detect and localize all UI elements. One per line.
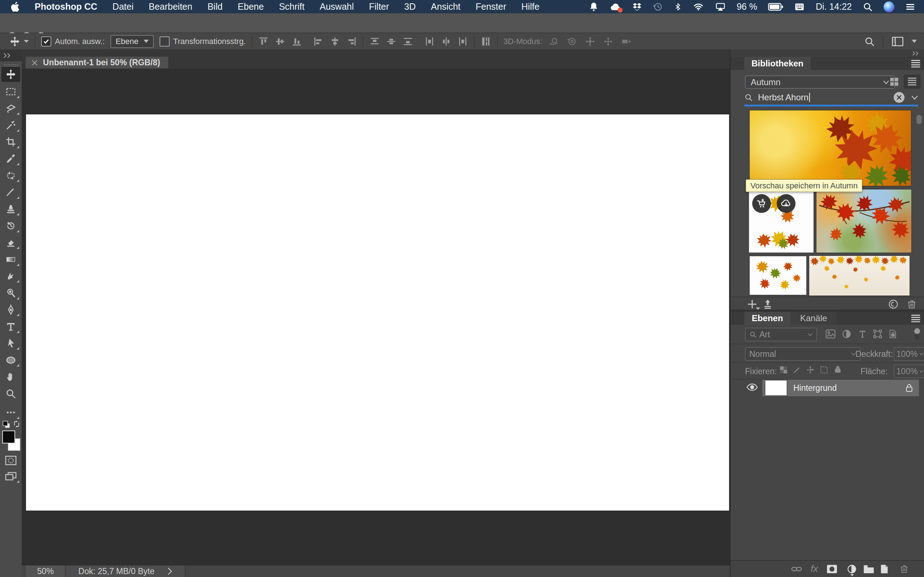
delete-item-button[interactable]	[907, 299, 917, 309]
bluetooth-icon[interactable]	[674, 2, 682, 12]
clone-stamp-tool[interactable]	[2, 201, 20, 216]
lock-transparency-icon[interactable]	[779, 365, 788, 375]
layer-filter-kind-dropdown[interactable]: Art	[745, 328, 817, 342]
distribute-spacing-button[interactable]	[481, 36, 491, 47]
rectangular-marquee-tool[interactable]	[2, 84, 20, 99]
menu-auswahl[interactable]: Auswahl	[320, 2, 354, 12]
zoom-tool[interactable]	[2, 386, 20, 401]
auto-select-checkbox[interactable]: Autom. ausw.:	[41, 37, 105, 47]
menu-ansicht[interactable]: Ansicht	[431, 2, 461, 12]
align-top-edges-button[interactable]	[258, 36, 269, 47]
menu-filter[interactable]: Filter	[369, 2, 389, 12]
toolbar-grip[interactable]	[3, 64, 18, 67]
tab-ebenen[interactable]: Ebenen	[744, 312, 790, 325]
zoom-level-field[interactable]: 50%	[26, 566, 66, 577]
library-search-field[interactable]: Herbst Ahorn	[744, 91, 918, 104]
search-icon[interactable]	[864, 36, 875, 47]
fill-value-field[interactable]: 100%	[894, 364, 921, 378]
menu-app-name[interactable]: Photoshop CC	[35, 2, 97, 12]
menu-bearbeiten[interactable]: Bearbeiten	[149, 2, 192, 12]
notifications-bell-icon[interactable]	[589, 2, 599, 12]
list-view-button[interactable]	[904, 75, 921, 89]
status-chevron-icon[interactable]	[168, 567, 172, 575]
layer-thumbnail[interactable]	[765, 380, 787, 395]
spotlight-icon[interactable]	[863, 2, 873, 12]
menu-ebene[interactable]: Ebene	[238, 2, 264, 12]
history-brush-tool[interactable]	[2, 218, 20, 234]
swap-colors-icon[interactable]	[12, 420, 21, 428]
filter-type-layers-icon[interactable]	[858, 329, 868, 339]
distribute-top-edges-button[interactable]	[369, 36, 380, 47]
move-tool[interactable]	[2, 67, 20, 82]
library-collection-dropdown[interactable]: Autumn	[745, 76, 895, 89]
dodge-tool[interactable]	[2, 285, 20, 301]
collapse-panel-icon[interactable]	[3, 53, 11, 58]
align-left-edges-button[interactable]	[313, 36, 324, 47]
search-options-chevron-icon[interactable]	[911, 95, 918, 100]
eraser-tool[interactable]	[2, 235, 20, 250]
menu-3d[interactable]: 3D	[404, 2, 416, 12]
add-content-button[interactable]	[747, 299, 757, 309]
brush-tool[interactable]	[2, 185, 20, 200]
layers-panel-menu-icon[interactable]	[910, 314, 921, 322]
align-horizontal-centers-button[interactable]	[329, 36, 340, 47]
battery-icon[interactable]	[768, 2, 783, 11]
crop-tool[interactable]	[2, 134, 20, 149]
screen-mode-button[interactable]	[2, 469, 20, 484]
link-layers-button[interactable]	[791, 565, 802, 574]
filter-smart-objects-icon[interactable]	[888, 329, 898, 339]
tab-bibliotheken[interactable]: Bibliotheken	[744, 57, 811, 70]
blend-mode-dropdown[interactable]: Normal	[745, 347, 861, 361]
lasso-tool[interactable]	[2, 101, 20, 116]
lock-pixels-icon[interactable]	[793, 365, 802, 375]
menu-clock[interactable]: Di. 14:22	[816, 2, 852, 12]
pen-tool[interactable]	[2, 302, 20, 317]
fill-chevron[interactable]	[919, 364, 924, 378]
library-item-autumn-photo-1[interactable]	[750, 110, 911, 186]
default-colors-icon[interactable]	[2, 421, 11, 429]
healing-brush-tool[interactable]	[2, 168, 20, 183]
add-layer-mask-button[interactable]	[827, 564, 837, 574]
distribute-left-edges-button[interactable]	[424, 36, 435, 47]
library-item-leaves-banner[interactable]	[809, 256, 909, 295]
distribute-right-edges-button[interactable]	[457, 36, 468, 47]
layer-visibility-eye-icon[interactable]	[747, 382, 758, 392]
opacity-value-field[interactable]: 100%	[894, 347, 921, 361]
current-tool-badge[interactable]	[10, 36, 29, 47]
upload-button[interactable]	[762, 299, 773, 309]
document-size-status[interactable]: Dok: 25,7 MB/0 Byte	[66, 566, 185, 577]
document-canvas[interactable]	[26, 114, 729, 511]
notification-center-icon[interactable]	[905, 2, 915, 11]
library-scrollbar-thumb[interactable]	[916, 115, 922, 124]
siri-icon[interactable]	[884, 2, 894, 12]
opacity-chevron[interactable]	[919, 347, 924, 361]
menu-bild[interactable]: Bild	[208, 2, 223, 12]
layer-styles-button[interactable]: fx	[811, 563, 818, 574]
distribute-bottom-edges-button[interactable]	[402, 36, 413, 47]
creative-cloud-sync-icon[interactable]	[888, 299, 899, 309]
libraries-panel-menu-icon[interactable]	[910, 60, 921, 68]
eyedropper-tool[interactable]	[2, 151, 20, 166]
layer-row-hintergrund[interactable]: Hintergrund	[762, 380, 919, 396]
license-image-button[interactable]	[752, 194, 771, 213]
ellipse-shape-tool[interactable]	[2, 353, 20, 368]
type-tool[interactable]	[2, 319, 20, 334]
menu-datei[interactable]: Datei	[113, 2, 134, 12]
dropbox-icon[interactable]	[632, 2, 642, 12]
new-adjustment-layer-button[interactable]	[847, 564, 857, 574]
path-selection-tool[interactable]	[2, 335, 20, 351]
smudge-tool[interactable]	[2, 269, 20, 284]
filter-pixel-layers-icon[interactable]	[825, 329, 836, 339]
airplay-icon[interactable]	[715, 2, 726, 12]
workspace-switcher-icon[interactable]	[892, 36, 904, 47]
lock-all-icon[interactable]	[833, 364, 842, 375]
delete-layer-button[interactable]	[900, 564, 909, 574]
wifi-icon[interactable]	[693, 2, 704, 12]
creative-cloud-icon[interactable]	[610, 2, 621, 12]
library-item-scattered-leaves[interactable]	[750, 256, 806, 295]
auto-select-mode-dropdown[interactable]: Ebene	[110, 35, 154, 48]
grid-view-button[interactable]	[886, 75, 902, 89]
filter-shape-layers-icon[interactable]	[873, 329, 882, 339]
new-layer-button[interactable]	[879, 564, 889, 574]
menu-fenster[interactable]: Fenster	[476, 2, 506, 12]
